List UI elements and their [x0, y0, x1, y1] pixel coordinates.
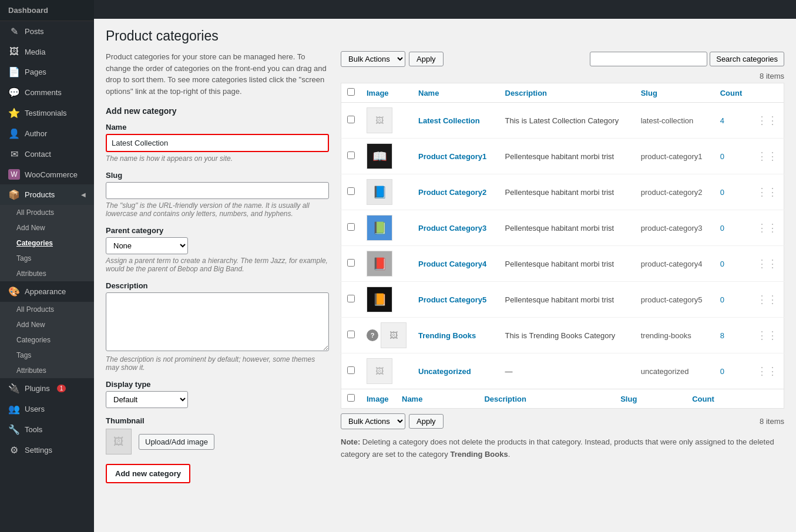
testimonials-icon: ⭐ [8, 107, 20, 119]
bulk-actions-select-top[interactable]: Bulk Actions [341, 51, 405, 67]
row-checkbox-4[interactable] [347, 223, 355, 231]
row-name-link[interactable]: Product Category4 [418, 260, 486, 268]
select-all-checkbox[interactable] [347, 88, 355, 96]
row-checkbox-6[interactable] [347, 295, 355, 302]
sidebar-item-add-new[interactable]: Add New [0, 220, 94, 235]
row-count[interactable]: 0 [714, 246, 751, 282]
toolbar-top-right: Search categories [590, 52, 784, 66]
apply-button-bottom[interactable]: Apply [409, 414, 444, 429]
row-checkbox-7[interactable] [347, 331, 355, 338]
sidebar-item-tools[interactable]: 🔧 Tools [0, 419, 94, 440]
row-name-link[interactable]: Product Category3 [418, 224, 486, 233]
table-row: 📙Product Category5Pellentesque habitant … [341, 282, 784, 318]
slug-input[interactable] [106, 182, 329, 199]
sidebar-item-categories[interactable]: Categories [0, 235, 94, 251]
col-header-count[interactable]: Count [714, 83, 751, 103]
sidebar-item-tags[interactable]: Tags [0, 251, 94, 266]
row-name-link[interactable]: Uncategorized [418, 367, 471, 376]
sidebar-item-woocommerce[interactable]: W WooCommerce [0, 164, 94, 184]
count-link[interactable]: 0 [720, 224, 724, 233]
sidebar-item-testimonials[interactable]: ⭐ Testimonials [0, 103, 94, 123]
count-link[interactable]: 0 [720, 295, 724, 304]
row-count[interactable]: 0 [714, 282, 751, 318]
row-count[interactable]: 0 [714, 210, 751, 246]
col-footer-image: Image [361, 389, 396, 409]
select-all-checkbox-bottom[interactable] [347, 394, 355, 402]
sidebar-item-all-products2[interactable]: All Products [0, 302, 94, 317]
add-new-category-button[interactable]: Add new category [106, 464, 190, 483]
sidebar-item-author[interactable]: 👤 Author [0, 123, 94, 144]
col-header-name[interactable]: Name [412, 83, 499, 103]
sidebar-item-posts[interactable]: ✎ Posts [0, 21, 94, 42]
sidebar-item-comments[interactable]: 💬 Comments [0, 82, 94, 103]
count-link[interactable]: 0 [720, 260, 724, 268]
description-textarea[interactable] [106, 292, 329, 351]
sidebar-item-label: Settings [25, 446, 52, 454]
row-checkbox-5[interactable] [347, 259, 355, 267]
sidebar-item-media[interactable]: 🖼 Media [0, 42, 94, 62]
row-name-link[interactable]: Trending Books [418, 331, 476, 340]
sidebar-item-pages[interactable]: 📄 Pages [0, 62, 94, 82]
row-checkbox-8[interactable] [347, 366, 355, 374]
row-name-link[interactable]: Product Category5 [418, 295, 486, 304]
table-toolbar-bottom: Bulk Actions Apply 8 items [341, 413, 784, 429]
drag-handle-icon[interactable]: ⋮⋮ [757, 222, 778, 234]
drag-handle-icon[interactable]: ⋮⋮ [757, 150, 778, 162]
sidebar-item-attributes[interactable]: Attributes [0, 266, 94, 281]
row-checkbox-3[interactable] [347, 187, 355, 195]
col-header-slug[interactable]: Slug [635, 83, 714, 103]
name-input[interactable] [106, 134, 329, 152]
count-link[interactable]: 0 [720, 152, 724, 161]
sidebar-item-settings[interactable]: ⚙ Settings [0, 440, 94, 460]
count-link[interactable]: 8 [720, 331, 724, 340]
upload-image-button[interactable]: Upload/Add image [139, 434, 214, 450]
search-input[interactable] [590, 52, 707, 66]
drag-handle-icon[interactable]: ⋮⋮ [757, 115, 778, 126]
drag-handle-icon[interactable]: ⋮⋮ [757, 258, 778, 270]
apply-button-top[interactable]: Apply [409, 52, 444, 66]
sidebar-item-appearance[interactable]: 🎨 Appearance [0, 281, 94, 302]
bulk-actions-select-bottom[interactable]: Bulk Actions [341, 413, 405, 429]
row-count[interactable]: 4 [714, 103, 751, 139]
sidebar-item-products[interactable]: 📦 Products ◀ [0, 184, 94, 205]
display-select[interactable]: Default Products Subcategories Both [106, 391, 188, 408]
table-row: 📗Product Category3Pellentesque habitant … [341, 210, 784, 246]
note-text: Deleting a category does not delete the … [341, 437, 774, 459]
sidebar-item-users[interactable]: 👥 Users [0, 399, 94, 419]
sidebar-item-plugins[interactable]: 🔌 Plugins 1 [0, 378, 94, 399]
row-count[interactable]: 0 [714, 174, 751, 210]
display-row: Display type Default Products Subcategor… [106, 380, 329, 408]
sidebar-item-contact[interactable]: ✉ Contact [0, 144, 94, 164]
note-section: Note: Deleting a category does not delet… [341, 436, 784, 461]
row-checkbox-1[interactable] [347, 116, 355, 123]
col-header-description[interactable]: Description [499, 83, 635, 103]
count-link[interactable]: 4 [720, 116, 724, 125]
row-image: 📘 [367, 179, 392, 205]
sidebar-item-all-products[interactable]: All Products [0, 205, 94, 220]
row-count[interactable]: 0 [714, 353, 751, 389]
row-count[interactable]: 0 [714, 139, 751, 174]
row-description: This is Latest Collection Category [499, 103, 635, 139]
row-checkbox-2[interactable] [347, 151, 355, 159]
drag-handle-icon[interactable]: ⋮⋮ [757, 329, 778, 341]
table-toolbar-top: Bulk Actions Apply Search categories [341, 51, 784, 67]
drag-handle-icon[interactable]: ⋮⋮ [757, 365, 778, 377]
sidebar-item-categories2[interactable]: Categories [0, 332, 94, 348]
row-count[interactable]: 8 [714, 318, 751, 353]
sidebar-item-add-new2[interactable]: Add New [0, 317, 94, 332]
drag-handle-icon[interactable]: ⋮⋮ [757, 294, 778, 305]
thumbnail-row: Thumbnail 🖼 Upload/Add image [106, 416, 329, 454]
sidebar-item-attributes2[interactable]: Attributes [0, 363, 94, 378]
search-categories-button[interactable]: Search categories [710, 52, 784, 66]
drag-handle-icon[interactable]: ⋮⋮ [757, 186, 778, 198]
row-name-link[interactable]: Product Category2 [418, 188, 486, 197]
row-name-link[interactable]: Latest Collection [418, 116, 480, 125]
display-label: Display type [106, 380, 329, 389]
author-icon: 👤 [8, 128, 20, 139]
row-name-link[interactable]: Product Category1 [418, 152, 486, 161]
count-link[interactable]: 0 [720, 367, 724, 376]
sidebar-item-tags2[interactable]: Tags [0, 348, 94, 363]
count-link[interactable]: 0 [720, 188, 724, 197]
parent-select[interactable]: None Latest Collection Trending Books [106, 237, 188, 254]
categories2-label: Categories [16, 336, 51, 344]
